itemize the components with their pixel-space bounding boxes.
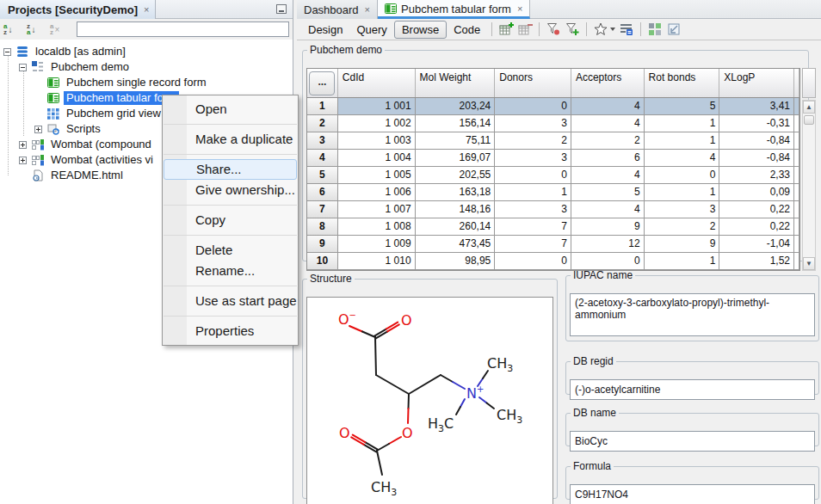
cell-mol-weight[interactable]: 75,11 — [416, 132, 496, 150]
cell-rot-bonds[interactable]: 3 — [645, 201, 720, 218]
cell-mol-weight[interactable]: 169,07 — [416, 150, 496, 167]
column-chooser-button[interactable]: ... — [309, 71, 335, 95]
design-button[interactable]: Design — [301, 22, 349, 38]
sort-descending-button[interactable]: za ↓ — [27, 22, 47, 38]
cell-xlogp[interactable]: 1,52 — [719, 253, 794, 270]
tab-pubchem-tabular-form[interactable]: Pubchem tabular form × — [378, 0, 530, 19]
cell-xlogp[interactable]: 2,33 — [719, 167, 794, 184]
menu-item-make-duplicate[interactable]: Make a duplicate — [163, 129, 298, 150]
table-row[interactable]: 5 1 005 202,55 0 4 0 2,33 — [307, 167, 799, 184]
column-header-acceptors[interactable]: Acceptors — [571, 69, 645, 97]
cell-cdid[interactable]: 1 003 — [338, 132, 416, 150]
column-header-xlogp[interactable]: XLogP — [719, 69, 794, 97]
cell-acceptors[interactable]: 4 — [571, 167, 645, 184]
expand-icon[interactable] — [19, 157, 27, 164]
cell-rot-bonds[interactable]: 5 — [645, 98, 720, 115]
menu-item-delete[interactable]: Delete — [163, 240, 298, 261]
cell-cdid[interactable]: 1 006 — [338, 184, 416, 201]
cell-rot-bonds[interactable]: 2 — [645, 218, 720, 236]
row-number[interactable]: 9 — [307, 236, 338, 253]
tab-dashboard[interactable]: Dashboard × — [297, 0, 378, 19]
cell-cdid[interactable]: 1 004 — [338, 150, 416, 167]
menu-item-use-as-start-page[interactable]: Use as start page — [163, 291, 298, 311]
cell-donors[interactable]: 7 — [495, 236, 571, 253]
close-icon[interactable]: × — [517, 4, 522, 13]
query-button[interactable]: Query — [349, 22, 393, 38]
table-row[interactable]: 8 1 008 260,14 7 9 2 0,22 — [307, 218, 799, 236]
row-number[interactable]: 7 — [307, 201, 338, 218]
collapse-icon[interactable] — [3, 48, 11, 56]
iupac-name-field[interactable]: (2-acetoxy-3-carboxylato-propyl)-trimeth… — [570, 293, 815, 336]
row-number[interactable]: 10 — [307, 253, 338, 270]
formula-field[interactable]: C9H17NO4 — [570, 484, 815, 504]
cell-xlogp[interactable]: 3,41 — [719, 98, 794, 115]
cell-cdid[interactable]: 1 007 — [338, 201, 416, 218]
cell-mol-weight[interactable]: 163,18 — [416, 184, 496, 201]
add-filter-icon[interactable] — [563, 21, 582, 39]
cell-acceptors[interactable]: 12 — [571, 236, 645, 253]
table-row[interactable]: 10 1 010 98,95 0 0 1 1,52 — [307, 253, 799, 270]
cell-mol-weight[interactable]: 202,55 — [416, 167, 496, 184]
scroll-down-icon[interactable]: ▼ — [803, 257, 815, 270]
minimize-panel-icon[interactable] — [276, 4, 287, 14]
tree-item-pubchem-demo[interactable]: Pubchem demo — [0, 59, 293, 75]
row-number[interactable]: 1 — [307, 98, 338, 115]
add-row-icon[interactable] — [497, 21, 515, 39]
menu-item-share[interactable]: Share... — [164, 159, 297, 180]
cell-acceptors[interactable]: 4 — [571, 201, 645, 218]
cell-mol-weight[interactable]: 473,45 — [416, 236, 496, 253]
cell-cdid[interactable]: 1 008 — [338, 218, 416, 236]
cell-cdid[interactable]: 1 005 — [338, 167, 416, 184]
row-number[interactable]: 3 — [307, 132, 338, 150]
menu-item-open[interactable]: Open — [163, 99, 298, 120]
cell-mol-weight[interactable]: 98,95 — [416, 253, 496, 270]
favorites-star-icon[interactable] — [591, 21, 610, 39]
chevron-down-icon[interactable] — [610, 28, 615, 31]
column-header-rot-bonds[interactable]: Rot bonds — [645, 69, 720, 97]
row-number[interactable]: 5 — [307, 167, 338, 184]
cell-rot-bonds[interactable]: 0 — [645, 167, 720, 184]
cell-rot-bonds[interactable]: 9 — [645, 236, 720, 253]
menu-item-give-ownership[interactable]: Give ownership... — [163, 180, 298, 200]
resize-mode-icon[interactable] — [664, 21, 683, 39]
table-vertical-scrollbar[interactable]: ▲ ▼ — [802, 100, 816, 271]
cell-rot-bonds[interactable]: 1 — [645, 253, 720, 270]
menu-item-properties[interactable]: Properties — [163, 321, 298, 341]
scroll-up-icon[interactable]: ▲ — [803, 101, 815, 114]
tab-projects[interactable]: Projects [SecurityDemo] × — [0, 0, 156, 19]
table-row[interactable]: 7 1 007 148,16 3 4 3 0,22 — [307, 201, 799, 218]
cell-acceptors[interactable]: 0 — [571, 253, 645, 270]
cell-donors[interactable]: 3 — [495, 150, 571, 167]
cell-cdid[interactable]: 1 001 — [338, 98, 416, 115]
cell-xlogp[interactable]: -0,84 — [719, 150, 794, 167]
cell-acceptors[interactable]: 6 — [571, 150, 645, 167]
cell-acceptors[interactable]: 9 — [571, 218, 645, 236]
cell-donors[interactable]: 7 — [495, 218, 571, 236]
close-icon[interactable]: × — [144, 5, 149, 14]
scrollbar-thumb[interactable] — [804, 115, 814, 125]
cell-rot-bonds[interactable]: 1 — [645, 184, 720, 201]
expand-icon[interactable] — [19, 141, 27, 149]
cell-xlogp[interactable]: 0,22 — [719, 218, 794, 236]
expand-icon[interactable] — [34, 126, 42, 133]
cell-donors[interactable]: 0 — [495, 98, 571, 115]
code-button[interactable]: Code — [447, 22, 487, 38]
cell-donors[interactable]: 1 — [495, 184, 571, 201]
widgets-grid-icon[interactable] — [645, 21, 664, 39]
list-details-icon[interactable] — [617, 21, 636, 39]
table-row[interactable]: 3 1 003 75,11 2 2 1 -0,84 — [307, 132, 799, 150]
cell-donors[interactable]: 2 — [495, 132, 571, 150]
column-header-cdid[interactable]: CdId — [338, 69, 416, 97]
row-number[interactable]: 2 — [307, 115, 338, 132]
table-row[interactable]: 1 1 001 203,24 0 4 5 3,41 — [307, 98, 799, 115]
cell-donors[interactable]: 3 — [495, 201, 571, 218]
tree-filter-input[interactable] — [77, 22, 289, 37]
cell-acceptors[interactable]: 4 — [571, 98, 645, 115]
table-row[interactable]: 4 1 004 169,07 3 6 4 -0,84 — [307, 150, 799, 167]
cell-xlogp[interactable]: -0,84 — [719, 132, 794, 150]
tree-item-single-record-form[interactable]: Pubchem single record form — [0, 75, 293, 90]
clear-sort-button[interactable]: az × — [50, 22, 71, 38]
cell-acceptors[interactable]: 2 — [571, 132, 645, 150]
cell-donors[interactable]: 0 — [495, 253, 571, 270]
cell-xlogp[interactable]: 0,09 — [719, 184, 794, 201]
